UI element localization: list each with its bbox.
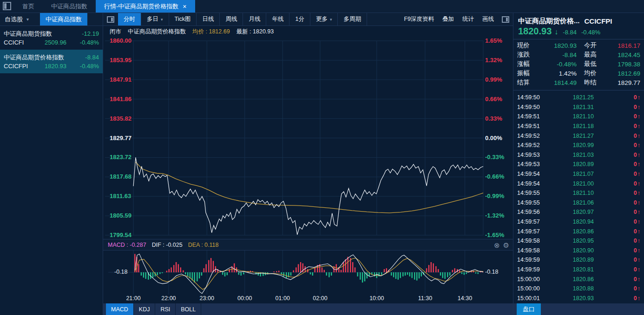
chart-main: 分时多日▾Tick图日线周线月线年线1分更多▾多周期 F9深度资料叠加统计画线 …: [103, 13, 513, 315]
toolbar-button[interactable]: 更多▾: [310, 13, 338, 26]
pct-axis-label: 1.32%: [485, 57, 502, 64]
arrow-up-icon: ↑: [637, 161, 640, 167]
tick-volume: 0↑: [594, 257, 640, 263]
toolbar-spacer: [367, 13, 400, 26]
panel-left-toggle-icon[interactable]: [107, 16, 114, 23]
intraday-price-chart[interactable]: 1860.001853.951847.911841.861835.821829.…: [103, 37, 513, 239]
stat-value: -8.84: [538, 51, 577, 58]
arrow-up-icon: ↑: [637, 295, 640, 302]
quote-instrument-code: CCICFPI: [585, 17, 612, 25]
toolbar-button-label: 统计: [462, 15, 474, 23]
arrow-up-icon: ↑: [637, 171, 640, 177]
stat-value: -0.48%: [538, 61, 577, 68]
close-icon[interactable]: ⊗: [494, 241, 500, 250]
toolbar-button[interactable]: 画线: [478, 13, 498, 26]
macd-chart-svg: [103, 251, 513, 295]
watchlist-group-tab[interactable]: 中证商品指数: [40, 13, 87, 26]
tick-time: 14:59:53: [517, 161, 550, 167]
tick-volume: 0↑: [594, 123, 640, 129]
tick-row: 14:59:581820.900↑: [513, 246, 644, 256]
time-axis-label: 21:00: [126, 295, 140, 302]
tick-volume: 0↑: [594, 180, 640, 187]
instrument-pct: -0.48%: [69, 63, 99, 70]
arrow-up-icon: ↑: [637, 104, 640, 110]
toolbar-button[interactable]: 日线: [197, 13, 220, 26]
price-axis-label: 1847.91: [110, 76, 131, 83]
pct-axis-label: 1.65%: [485, 37, 502, 44]
tick-time: 15:00:01: [517, 295, 550, 302]
tab-indicator-boll[interactable]: BOLL: [176, 303, 201, 315]
instrument-name: 中证商品期货价格指数: [4, 53, 69, 62]
tab-close-icon[interactable]: ×: [183, 3, 186, 10]
price-chart-svg: [103, 37, 513, 239]
arrow-up-icon: ↑: [637, 142, 640, 148]
toolbar-button-label: 多周期: [343, 15, 361, 23]
tick-price: 1821.06: [550, 199, 594, 206]
toolbar-button[interactable]: 周线: [220, 13, 243, 26]
tick-time: 14:59:52: [517, 133, 550, 139]
market-state: 闭市: [110, 28, 121, 36]
tick-list[interactable]: 14:59:501821.250↑14:59:501821.310↑14:59:…: [513, 93, 644, 303]
tick-time: 14:59:55: [517, 199, 550, 206]
time-axis-label: 00:00: [237, 295, 252, 302]
toolbar-button[interactable]: 叠加: [438, 13, 458, 26]
tick-time: 14:59:51: [517, 113, 550, 120]
instrument-price: 1820.93: [36, 63, 69, 70]
toolbar-button-label: 日线: [202, 15, 214, 23]
arrow-up-icon: ↑: [637, 219, 640, 225]
price-axis-label: 1829.77: [110, 135, 131, 141]
tick-row: 14:59:541821.000↑: [513, 179, 644, 188]
stat-row: 涨跌-8.84最高1824.45: [513, 50, 644, 59]
instrument-name: 中证商品期货价格指数: [128, 28, 186, 36]
tick-row: 14:59:521821.270↑: [513, 131, 644, 141]
tab-order-book[interactable]: 盘口: [517, 303, 541, 315]
toolbar-button[interactable]: 统计: [458, 13, 478, 26]
toolbar-button[interactable]: F9深度资料: [400, 13, 438, 26]
watchlist-item[interactable]: 中证商品期货指数-12.19CCICFI2509.96-0.48%: [0, 26, 103, 50]
arrow-down-icon: ↓: [554, 28, 558, 36]
time-axis-label: 02:00: [313, 295, 327, 302]
toolbar-button[interactable]: 多周期: [338, 13, 367, 26]
watchlist-item-line2: CCICFPI1820.93-0.48%: [4, 62, 99, 71]
tick-volume: 0↑: [594, 276, 640, 283]
stat-label: 昨结: [584, 78, 605, 87]
instrument-change: -8.84: [69, 54, 99, 61]
toolbar-button[interactable]: 1分: [289, 13, 310, 26]
tick-row: 14:59:551821.100↑: [513, 188, 644, 198]
tab-indicator-rsi[interactable]: RSI: [155, 303, 176, 315]
toolbar-button[interactable]: 多日▾: [141, 13, 169, 26]
tick-time: 14:59:53: [517, 152, 550, 158]
tab-indicator-kdj[interactable]: KDJ: [134, 303, 156, 315]
arrow-up-icon: ↑: [637, 190, 640, 196]
watchlist-group-dropdown[interactable]: 自选股 ▾: [0, 13, 33, 26]
gear-icon[interactable]: ⚙: [503, 241, 509, 250]
panel-right-toggle-icon[interactable]: [502, 16, 509, 23]
instrument-pct: -0.48%: [69, 39, 99, 46]
price-axis-label: 1860.00: [110, 37, 131, 44]
tick-row: 14:59:501821.250↑: [513, 93, 644, 103]
tick-row: 14:59:571820.940↑: [513, 217, 644, 227]
tick-time: 14:59:59: [517, 266, 550, 273]
last-price-readout: 最新 : 1820.93: [237, 28, 274, 36]
tick-price: 1821.10: [550, 190, 594, 196]
toolbar-button-label: 叠加: [442, 15, 454, 23]
stat-label: 今开: [584, 41, 605, 50]
toolbar-button[interactable]: Tick图: [169, 13, 197, 26]
macd-axis-label-right: -0.18: [485, 269, 499, 275]
tick-volume: 0↑: [594, 190, 640, 196]
tick-price: 1820.89: [550, 161, 594, 167]
watchlist-item[interactable]: 中证商品期货价格指数-8.84CCICFPI1820.93-0.48%: [0, 50, 103, 73]
toolbar-button[interactable]: 月线: [243, 13, 266, 26]
tick-time: 14:59:56: [517, 209, 550, 215]
toolbar-button[interactable]: 分时: [118, 13, 141, 26]
toolbar-button[interactable]: 年线: [266, 13, 289, 26]
tab-indicator-macd[interactable]: MACD: [106, 303, 134, 315]
topbar-tab[interactable]: 行情-中证商品期货价格指数×: [96, 0, 195, 13]
topbar-tab[interactable]: 首页: [14, 0, 43, 13]
macd-panel[interactable]: -0.18-0.18: [103, 251, 513, 295]
topbar-tab[interactable]: 中证商品指数: [43, 0, 96, 13]
time-axis: 21:0022:0023:0000:0001:0002:0010:0011:30…: [103, 295, 513, 303]
sidebar-toggle-icon[interactable]: [3, 2, 11, 10]
toolbar-button-label: 月线: [249, 15, 260, 23]
arrow-up-icon: ↑: [637, 266, 640, 273]
